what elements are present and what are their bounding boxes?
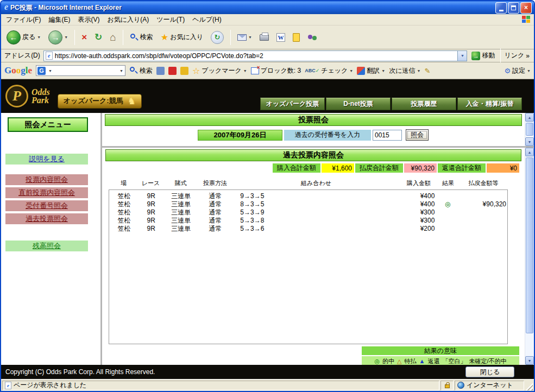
scroll-down-button[interactable]: ▼ [525, 356, 534, 365]
edit-word-button[interactable]: W [274, 32, 287, 43]
address-dropdown[interactable]: ▼ [457, 51, 467, 61]
sidebar: 照会メニュー 説明を見る 投票内容照会 直前投票内容照会 受付番号照会 過去投票… [1, 113, 102, 365]
inquiry-menu-title: 照会メニュー [8, 117, 88, 132]
google-settings-button[interactable]: ⚙ 設定 ▼ [504, 66, 531, 75]
scroll-down-icon: ▼ [528, 359, 532, 363]
google-search-button[interactable]: 検索 [129, 66, 153, 75]
favorites-label: お気に入り [170, 33, 203, 42]
back-button[interactable]: ← 戻る ▼ [4, 29, 43, 46]
maximize-button[interactable] [508, 2, 519, 14]
receipt-number-label: 過去の受付番号を入力 [284, 130, 371, 141]
keiba-badge[interactable]: オッズパーク:競馬 ♞ [58, 94, 142, 109]
menu-file[interactable]: ファイル(F) [2, 14, 45, 26]
scroll-down-button[interactable]: ▼ [525, 137, 534, 146]
google-logo: Google [4, 65, 32, 76]
google-bookmarks-button[interactable]: ☆ ブックマーク ▼ [192, 66, 247, 76]
go-label: 移動 [482, 51, 495, 60]
close-page-button[interactable]: 閉じる [465, 366, 514, 377]
back-dropdown-icon[interactable]: ▼ [37, 35, 41, 39]
address-bar: アドレス(D) e https://vote-auth.oddspark.com… [1, 49, 534, 62]
links-menu[interactable]: リンク » [504, 51, 532, 60]
chevron-down-icon: ▼ [381, 69, 385, 73]
minimize-button[interactable] [495, 2, 507, 14]
bottom-frame-scrollbar[interactable]: ▲ ▼ [525, 148, 534, 365]
google-extra-icon-2[interactable] [168, 67, 177, 75]
back-icon: ← [7, 30, 21, 45]
scroll-up-button[interactable]: ▲ [525, 113, 534, 122]
top-frame-scrollbar[interactable]: ▲ ▼ [525, 113, 534, 146]
sidebar-item-receipt-number[interactable]: 受付番号照会 [5, 200, 88, 211]
mail-dropdown-icon[interactable]: ▼ [248, 35, 252, 39]
search-button[interactable]: 検索 [128, 31, 155, 43]
scroll-up-icon: ▲ [528, 116, 532, 119]
history-button[interactable]: ↻ [209, 30, 226, 45]
inquiry-submit-button[interactable]: 照会 [406, 129, 429, 141]
google-extra-icon-1[interactable] [156, 67, 165, 75]
chevron-down-icon: ▼ [349, 69, 353, 73]
scroll-up-button[interactable]: ▲ [525, 148, 534, 156]
vote-inquiry-frame: 投票照会 2007年09月26日 過去の受付番号を入力 照会 ▲ ▼ [102, 113, 534, 148]
address-input[interactable]: e https://vote-auth.oddspark.com/sbp/dfw… [43, 50, 468, 61]
links-label: リンク [504, 51, 524, 60]
google-spellcheck-button[interactable]: ABC✓ チェック ▼ [305, 66, 353, 75]
forward-dropdown-icon[interactable]: ▼ [64, 35, 68, 39]
nav-vote-history[interactable]: 投票履歴 [392, 98, 456, 110]
browser-window: e PC投票 - Microsoft Internet Explorer × フ… [0, 0, 535, 392]
status-bar: e ページが表示されました インターネット [1, 379, 534, 391]
scroll-down-icon: ▼ [528, 140, 532, 144]
menu-tools[interactable]: ツール(T) [153, 14, 188, 26]
history-icon: ↻ [211, 31, 224, 44]
brand-line1: Odds [32, 88, 50, 96]
nav-deposit-transfer[interactable]: 入金・精算/振替 [457, 98, 522, 110]
nav-dnet-vote[interactable]: D-net投票 [326, 98, 391, 110]
url-text: https://vote-auth.oddspark.com/sbp/dfw/v… [55, 52, 458, 60]
menu-help[interactable]: ヘルプ(H) [188, 14, 225, 26]
chevron-down-icon[interactable]: ▼ [118, 69, 125, 73]
google-search-input[interactable]: G ▼ ▼ [36, 65, 125, 76]
date-display: 2007年09月26日 [198, 130, 282, 141]
menu-view[interactable]: 表示(V) [74, 14, 103, 26]
scrollbar-thumb[interactable] [526, 123, 533, 136]
menu-favorites[interactable]: お気に入り(A) [103, 14, 153, 26]
sidebar-item-last-vote-details[interactable]: 直前投票内容照会 [5, 187, 88, 198]
autofill-pencil-icon[interactable]: ✎ [424, 67, 430, 75]
legend-title: 結果の意味 [362, 346, 519, 355]
menu-bar: ファイル(F) 編集(E) 表示(V) お気に入り(A) ツール(T) ヘルプ(… [1, 14, 534, 26]
window-title: PC投票 - Microsoft Internet Explorer [10, 3, 495, 12]
google-extra-icon-3[interactable] [180, 67, 188, 75]
google-send-to-button[interactable]: 次に送信 ▼ [389, 66, 420, 75]
refresh-button[interactable]: ↻ [92, 30, 104, 44]
mail-button[interactable]: ▼ [235, 33, 254, 42]
special-mark-icon: △ [397, 358, 401, 365]
messenger-button[interactable] [305, 32, 320, 43]
google-translate-button[interactable]: 翻訳 ▼ [357, 66, 385, 75]
stop-icon: × [81, 32, 87, 43]
lock-icon [445, 384, 450, 388]
refresh-icon: ↻ [95, 31, 102, 43]
google-popup-blocker[interactable]: ブロック数: 3 [251, 66, 301, 75]
favorites-button[interactable]: ★ お気に入り [159, 31, 205, 43]
sidebar-item-past-votes[interactable]: 過去投票照会 [5, 213, 88, 224]
sidebar-item-vote-details[interactable]: 投票内容照会 [5, 174, 88, 185]
totals-summary: 購入合計金額 ¥1,600 払戻合計金額 ¥90,320 返還合計金額 ¥0 [102, 163, 519, 173]
chevron-down-icon[interactable]: ▼ [47, 69, 54, 73]
resize-grip[interactable] [525, 381, 533, 390]
scrollbar-thumb[interactable] [526, 157, 533, 333]
close-button[interactable]: × [520, 2, 532, 14]
home-button[interactable]: ⌂ [108, 30, 118, 45]
past-votes-frame: 過去投票内容照会 購入合計金額 ¥1,600 払戻合計金額 ¥90,320 返還… [102, 148, 534, 365]
maximize-icon [511, 5, 516, 10]
nav-oddspark-vote[interactable]: オッズパーク投票 [260, 98, 325, 110]
sidebar-item-help[interactable]: 説明を見る [5, 154, 88, 165]
menu-edit[interactable]: 編集(E) [45, 14, 74, 26]
print-button[interactable] [257, 33, 271, 42]
discuss-button[interactable] [291, 32, 302, 43]
go-button[interactable]: → 移動 [469, 50, 497, 61]
chevron-down-icon: ▼ [527, 69, 531, 73]
home-icon: ⌂ [110, 31, 116, 43]
sidebar-item-balance[interactable]: 残高照会 [5, 241, 88, 251]
stop-button[interactable]: × [79, 31, 89, 44]
oddspark-logo: P OddsPark [5, 85, 50, 108]
receipt-number-input[interactable] [373, 130, 402, 141]
forward-button[interactable]: → ▼ [46, 29, 70, 46]
